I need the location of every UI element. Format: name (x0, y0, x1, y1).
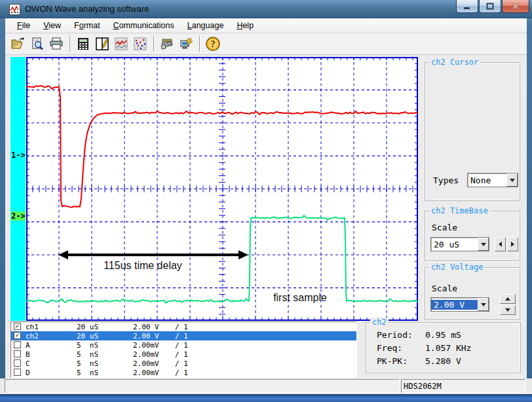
dropdown-button[interactable] (478, 238, 489, 251)
channel-voltage: 2.00 V (133, 323, 159, 331)
arrow-down-icon (505, 308, 510, 314)
measurement-value: 0.95 mS (425, 330, 461, 340)
transfer-button[interactable] (177, 35, 195, 53)
status-bar: HDS2062M (0, 378, 532, 394)
ch2-voltage-group-title: ch2 Voltage (429, 263, 485, 272)
cursor-types-dropdown[interactable]: None (467, 173, 518, 187)
menu-item-format[interactable]: Format (67, 19, 107, 32)
dropdown-button[interactable] (506, 174, 518, 187)
scope-annotation: first sample (273, 291, 327, 303)
ch2-timebase-group-title: ch2 TimeBase (429, 206, 490, 215)
ch2-timebase-group: ch2 TimeBase Scale 20 uS (425, 211, 520, 261)
edit-window-button[interactable] (93, 35, 111, 53)
channel-name: ch1 (26, 323, 39, 331)
voltage-decrease-button[interactable] (500, 305, 516, 315)
channel-row-D[interactable]: D5 nS2.00mV/ 1 (11, 368, 356, 377)
menu-item-file[interactable]: File (10, 19, 37, 32)
edit-window-icon (96, 37, 109, 50)
data-table-button[interactable] (74, 35, 92, 53)
client-area: 1->2-> 115us time delayfirst sample ch2 … (5, 55, 527, 378)
channel-checkbox[interactable]: ✓ (14, 323, 21, 330)
menu-bar: FileViewFormatCommunicationsLanguageHelp (5, 18, 527, 33)
channel-2-position-marker[interactable]: 2-> (11, 211, 26, 221)
transfer-icon (179, 37, 193, 50)
measurement-value: 5.280 V (425, 356, 461, 366)
channel-timebase: 5 nS (77, 369, 98, 377)
close-icon (512, 3, 520, 10)
close-button[interactable] (502, 0, 529, 13)
arrow-up-icon (505, 295, 510, 301)
scatter-chart-button[interactable] (131, 35, 149, 53)
channel-checkbox[interactable] (14, 359, 21, 367)
channel-probe: / 1 (175, 323, 188, 331)
timebase-decrease-button[interactable] (495, 237, 506, 251)
channel-probe: / 1 (175, 369, 188, 377)
open-file-button[interactable] (9, 35, 27, 53)
voltage-scale-value: 2.00 V (431, 300, 478, 310)
scope-display: 115us time delayfirst sample (26, 57, 418, 321)
instrument-button[interactable] (158, 35, 176, 53)
window-bottom-frame (0, 394, 532, 402)
status-cell-device: HDS2062M (401, 379, 525, 393)
voltage-scale-label: Scale (432, 283, 457, 293)
channel-timebase: 5 nS (77, 359, 98, 368)
dropdown-button[interactable] (478, 298, 489, 311)
help-icon: ? (206, 37, 220, 51)
channel-probe: / 1 (175, 359, 188, 368)
window-title: OWON Wave analyzing software (25, 4, 149, 14)
channel-row-B[interactable]: B5 nS2.00mV/ 1 (11, 350, 356, 359)
print-preview-button[interactable] (28, 35, 46, 53)
menu-item-language[interactable]: Language (181, 19, 231, 32)
print-preview-icon (31, 37, 44, 50)
channel-timebase: 20 uS (77, 323, 98, 331)
cursor-types-value: None (468, 175, 506, 185)
maximize-button[interactable] (479, 0, 501, 13)
menu-item-view[interactable]: View (37, 19, 67, 32)
channel-name: D (26, 369, 30, 377)
voltage-scale-dropdown[interactable]: 2.00 V (430, 297, 489, 312)
data-table-icon (77, 37, 90, 50)
channel-1-position-marker[interactable]: 1-> (11, 151, 26, 160)
channel-voltage: 2.00mV (133, 369, 159, 377)
channel-row-A[interactable]: A5 nS2.00mV/ 1 (11, 340, 356, 350)
menu-item-communications[interactable]: Communications (107, 19, 181, 32)
chevron-down-icon (510, 179, 515, 185)
minimize-icon (463, 3, 471, 10)
timebase-scale-value: 20 uS (431, 240, 478, 249)
channel-checkbox[interactable] (14, 341, 21, 348)
status-cell-left (5, 379, 400, 393)
channel-row-ch1[interactable]: ✓ch120 uS2.00 V/ 1 (11, 322, 356, 331)
app-icon (9, 4, 20, 15)
channel-row-ch2[interactable]: ✓ch220 uS2.00 V/ 1 (11, 331, 356, 340)
minimize-button[interactable] (456, 0, 478, 13)
channel-probe: / 1 (175, 341, 188, 350)
timebase-scale-dropdown[interactable]: 20 uS (430, 237, 489, 251)
toolbar-separator (153, 36, 155, 52)
print-button[interactable] (47, 35, 65, 53)
channel-checkbox[interactable]: ✓ (14, 332, 21, 339)
channel-checkbox[interactable] (14, 350, 21, 357)
voltage-increase-button[interactable] (500, 294, 516, 304)
timebase-increase-button[interactable] (507, 237, 518, 251)
types-label: Types (433, 175, 459, 185)
channel-checkbox[interactable] (14, 369, 21, 376)
ch2-measurements-group: ch2 Period:0.95 mSFreq:1.057 KHzPK-PK:5.… (366, 322, 521, 373)
maximize-icon (486, 3, 494, 10)
channel-voltage: 2.00mV (133, 350, 159, 359)
channel-row-C[interactable]: C5 nS2.00mV/ 1 (11, 359, 356, 368)
instrument-icon (160, 37, 174, 50)
channel-timebase: 5 nS (77, 350, 98, 359)
help-button[interactable]: ? (204, 35, 221, 53)
measurement-label: Freq: (377, 343, 402, 353)
channel-probe: / 1 (175, 350, 188, 359)
print-icon (49, 37, 64, 50)
toolbar-separator (199, 36, 200, 52)
ch2-cursor-group-title: ch2 Cursor (429, 58, 480, 67)
toolbar-separator (69, 36, 71, 52)
line-chart-button[interactable] (112, 35, 130, 53)
ch2-cursor-group: ch2 Cursor Types None (425, 62, 520, 201)
channel-timebase: 20 uS (77, 332, 98, 340)
title-bar: OWON Wave analyzing software (0, 0, 532, 18)
menu-item-help[interactable]: Help (230, 19, 260, 32)
channel-name: C (26, 359, 30, 368)
